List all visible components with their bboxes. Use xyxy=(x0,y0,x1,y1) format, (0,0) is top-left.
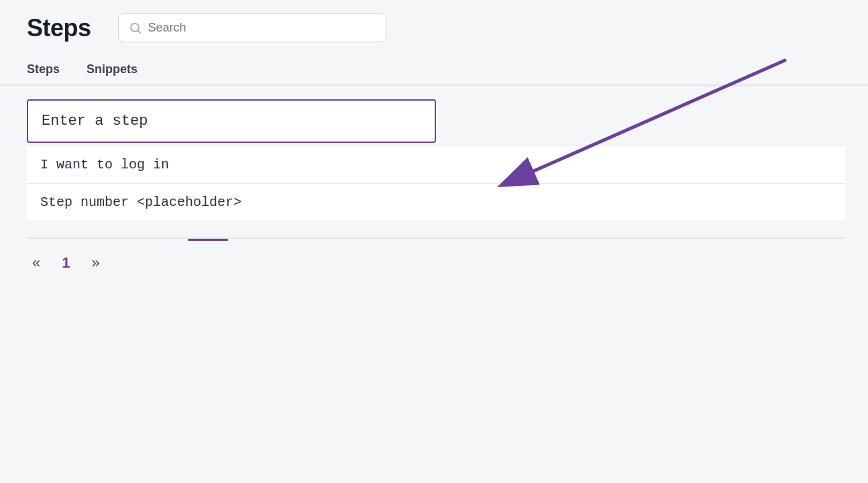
app-title: Steps xyxy=(27,14,91,42)
tabs-row: Steps Snippets xyxy=(0,62,868,85)
search-container xyxy=(118,13,386,42)
list-section: I want to log in Step number <placeholde… xyxy=(27,146,841,221)
pagination-active-line xyxy=(188,239,228,241)
search-icon xyxy=(129,22,142,34)
step-input-text: Enter a step xyxy=(42,113,148,129)
list-item[interactable]: Step number <placeholder> xyxy=(27,184,845,221)
pagination-prev[interactable]: « xyxy=(27,252,46,274)
tab-snippets[interactable]: Snippets xyxy=(87,62,138,85)
step-input-box[interactable]: Enter a step xyxy=(27,99,436,143)
tabs-divider xyxy=(0,85,868,86)
pagination-controls: « 1 » xyxy=(0,252,868,274)
main-content: Enter a step I want to log in Step numbe… xyxy=(0,99,868,221)
pagination-next[interactable]: » xyxy=(87,252,105,274)
svg-line-1 xyxy=(138,30,140,33)
tab-steps[interactable]: Steps xyxy=(27,62,60,85)
header: Steps xyxy=(0,0,868,56)
search-input[interactable] xyxy=(148,21,375,35)
list-item[interactable]: I want to log in xyxy=(27,146,845,184)
pagination-page-1[interactable]: 1 xyxy=(56,252,75,274)
